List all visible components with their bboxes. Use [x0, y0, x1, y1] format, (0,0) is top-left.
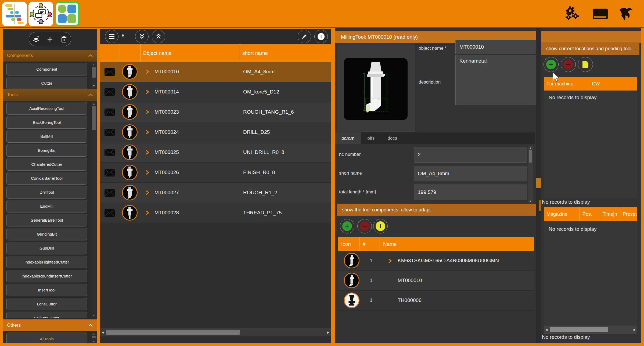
component-row[interactable]: 1 KM63TSKGMSL65C-A4R0805M08U00GMN — [338, 251, 534, 271]
tool-thumbnail — [122, 165, 138, 180]
column-pos[interactable]: Pos. — [580, 207, 600, 221]
column-for-machine[interactable]: For machine — [544, 77, 589, 91]
sidebar-item-tool[interactable]: DrillTool — [6, 186, 87, 199]
table-row[interactable]: MT000028 THREAD_P1_75 — [100, 203, 331, 223]
sidebar-item-tool[interactable]: IndexableRoundInsertCutter — [6, 270, 87, 282]
components-scrollbar[interactable]: ▲ ▼ — [92, 63, 96, 88]
tab-offs[interactable]: offs — [361, 132, 381, 144]
envelope-icon — [105, 88, 115, 96]
sidebar-item-tool[interactable]: LolliPopCutter — [6, 312, 87, 318]
sidebar-item-component[interactable]: Component — [6, 63, 87, 75]
expand-chevron-icon[interactable] — [388, 258, 392, 263]
remove-location-button[interactable] — [561, 57, 576, 72]
total-length-input[interactable] — [414, 185, 527, 200]
column-icon[interactable] — [119, 44, 141, 62]
sidebar-item-tool[interactable]: BoringBar — [6, 144, 87, 157]
sidebar-item-tool[interactable]: AxialRecessingTool — [6, 102, 87, 115]
accordion-tools[interactable]: Tools — [3, 89, 97, 101]
component-row[interactable]: 1 TH000006 — [338, 291, 534, 311]
tool-preview-image[interactable] — [344, 58, 408, 120]
table-row[interactable]: MT000023 ROUGH_TANG_R1_6 — [100, 102, 331, 122]
tool-rows: MT000010 OM_A4_8mm MT000014 OM_kore5_D12… — [100, 62, 331, 223]
expand-all-button[interactable] — [135, 30, 149, 43]
info-icon: i — [318, 33, 325, 40]
sidebar-item-tool[interactable]: ConicalBarrelTool — [6, 172, 87, 185]
sidebar-item-tool[interactable]: EndMill — [6, 200, 87, 212]
add-button[interactable] — [43, 32, 57, 46]
table-row[interactable]: MT000024 DRILL_D25 — [100, 122, 331, 142]
param-scrollbar[interactable]: ▲ ▼ — [528, 146, 533, 203]
column-magazine[interactable]: Magazine — [544, 207, 580, 221]
table-row[interactable]: MT000026 FINISH_R0_8 — [100, 163, 331, 183]
card-panel-icon[interactable] — [592, 6, 608, 21]
list-horizontal-scrollbar[interactable]: ◀ ▶ — [100, 328, 331, 336]
sidebar-item-tool[interactable]: GeneralBarrelTool — [6, 214, 87, 226]
component-row[interactable]: 1 MT000010 — [338, 271, 534, 291]
column-object-name[interactable]: Object name — [141, 44, 240, 62]
sidebar-item-tool[interactable]: BallMill — [6, 130, 87, 143]
sidebar-item-tool[interactable]: ChamferedCutter — [6, 158, 87, 171]
gantt-app-icon[interactable] — [2, 2, 27, 26]
remove-component-button[interactable] — [357, 219, 372, 233]
layers-add-button[interactable] — [29, 32, 43, 46]
column-name[interactable]: Name — [380, 237, 534, 251]
collaboration-app-icon[interactable] — [28, 2, 53, 26]
sidebar-item-cutter[interactable]: Cutter — [6, 77, 87, 89]
expand-chevron-icon[interactable] — [145, 110, 150, 114]
location-note-button[interactable] — [578, 57, 593, 72]
table-row[interactable]: MT000014 OM_kore5_D12 — [100, 82, 331, 102]
expand-chevron-icon[interactable] — [145, 170, 150, 175]
expand-chevron-icon[interactable] — [145, 130, 150, 135]
expand-chevron-icon[interactable] — [145, 89, 150, 94]
column-preset[interactable]: Preset — [620, 207, 637, 221]
column-time[interactable]: Time|n — [600, 207, 620, 221]
description-textarea[interactable]: Kennametal — [455, 55, 538, 105]
tools-scrollbar[interactable]: ▲ ▼ — [92, 102, 96, 317]
settings-gears-icon[interactable] — [564, 6, 580, 21]
bird-logo-icon[interactable] — [618, 6, 634, 21]
table-row[interactable]: MT000027 ROUGH_R1_2 — [100, 183, 331, 203]
menu-button[interactable] — [105, 30, 118, 43]
expand-chevron-icon[interactable] — [145, 190, 150, 195]
tiles-app-icon-selected[interactable] — [55, 2, 80, 26]
others-scrollbar[interactable]: ▲ ▼ — [92, 332, 96, 343]
column-short-name[interactable]: short name — [240, 44, 331, 62]
column-cw[interactable]: CW — [589, 77, 637, 91]
expand-chevron-icon[interactable] — [145, 150, 150, 155]
column-envelope[interactable] — [100, 44, 119, 62]
sidebar-item-tool[interactable]: GunDrill — [6, 242, 87, 254]
sidebar-item-tool[interactable]: GrindingBit — [6, 228, 87, 240]
table-row[interactable]: MT000010 OM_A4_8mm — [100, 62, 331, 82]
column-number[interactable]: # — [359, 237, 380, 251]
panel-splitter[interactable] — [331, 28, 335, 343]
expand-chevron-icon[interactable] — [145, 210, 150, 215]
trash-icon — [61, 36, 67, 43]
sidebar-item-alltools[interactable]: AllTools — [6, 333, 87, 343]
short-name: OM_A4_8mm — [243, 69, 275, 75]
collapse-all-button[interactable] — [152, 30, 165, 43]
component-info-button[interactable]: i — [373, 219, 388, 233]
object-name-input[interactable] — [455, 40, 538, 54]
tab-param[interactable]: param — [335, 132, 361, 144]
accordion-others[interactable]: Others — [3, 319, 97, 331]
short-name-input[interactable] — [414, 166, 527, 181]
locations-horizontal-scrollbar[interactable]: ◀ ▶ — [544, 326, 637, 334]
add-component-button[interactable] — [340, 219, 354, 233]
sidebar-item-tool[interactable]: LensCutter — [6, 298, 87, 310]
column-icon[interactable]: Icon — [338, 237, 359, 251]
expand-chevron-icon[interactable] — [145, 69, 150, 74]
component-name: TH000006 — [398, 297, 422, 303]
info-button[interactable]: i — [314, 30, 328, 43]
nc-number-input[interactable] — [414, 147, 527, 163]
tab-docs[interactable]: docs — [381, 132, 404, 144]
accordion-components[interactable]: Components — [3, 50, 97, 62]
delete-button[interactable] — [57, 32, 71, 46]
object-name: MT000014 — [154, 89, 179, 95]
edit-button[interactable] — [298, 30, 311, 43]
sidebar-item-tool[interactable]: BackBoringTool — [6, 116, 87, 129]
sidebar-item-tool[interactable]: IndexableHighfeedCutter — [6, 256, 87, 268]
add-location-button[interactable] — [544, 57, 559, 72]
sidebar-item-tool[interactable]: InsertTool — [6, 284, 87, 296]
chevron-up-icon — [88, 324, 93, 327]
table-row[interactable]: MT000025 UNI_DRILL_R0_8 — [100, 142, 331, 163]
